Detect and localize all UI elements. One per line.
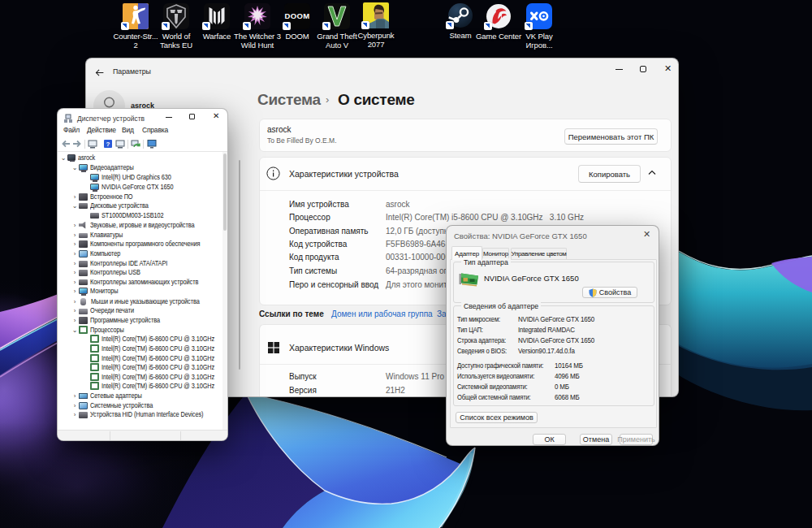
svg-text:?: ? — [106, 141, 110, 148]
